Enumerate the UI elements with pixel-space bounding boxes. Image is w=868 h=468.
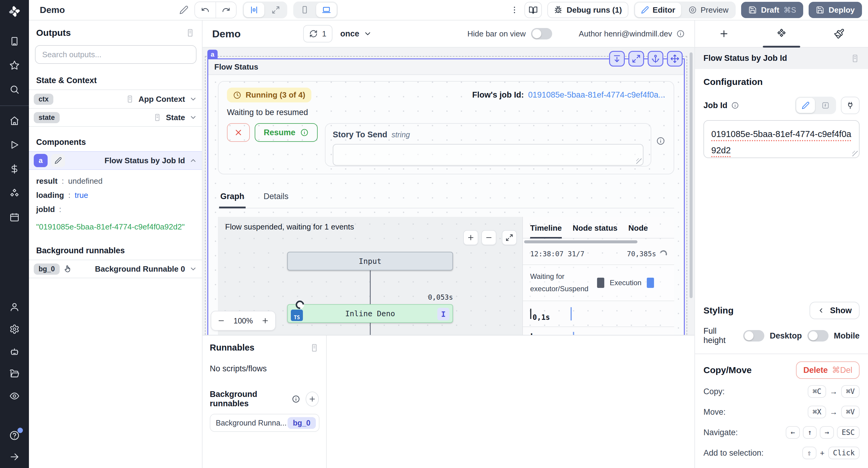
resize-handle[interactable] <box>852 151 858 156</box>
resources-boxes-icon[interactable] <box>9 188 20 198</box>
tab-timeline[interactable]: Timeline <box>530 221 562 238</box>
desktop-toggle[interactable] <box>807 330 829 341</box>
info-icon[interactable] <box>731 101 739 109</box>
flow-status-component[interactable]: a Flow Status <box>207 59 685 335</box>
panel-doc-icon[interactable] <box>186 28 195 37</box>
zoom-plus-button[interactable] <box>257 312 273 329</box>
fx-expression-button[interactable] <box>816 98 835 113</box>
jobid-string-value[interactable]: "0191085e-5baa-81ef-4774-c9ef4f0a92d2" <box>29 221 202 238</box>
more-menu-kebab-icon[interactable] <box>510 5 519 14</box>
settings-gear-icon[interactable] <box>9 324 20 334</box>
styling-brush-tab[interactable] <box>810 21 868 47</box>
zoom-out-button[interactable] <box>481 230 496 245</box>
canvas-vertical-scrollbar[interactable] <box>689 53 692 298</box>
info-icon[interactable] <box>676 30 685 38</box>
edit-title-pencil-icon[interactable] <box>179 5 188 14</box>
tab-node-status[interactable]: Node status <box>572 221 618 238</box>
delete-button[interactable]: Delete ⌘Del <box>796 361 860 379</box>
cancel-x-button[interactable] <box>227 123 250 142</box>
full-height-toggle[interactable] <box>743 330 764 341</box>
flow-graph[interactable]: Flow suspended, waiting for 1 events Inp… <box>218 217 522 335</box>
rename-pencil-icon[interactable] <box>51 154 65 167</box>
search-icon[interactable] <box>9 84 20 95</box>
tab-details[interactable]: Details <box>262 189 290 208</box>
folders-icon[interactable] <box>9 369 20 379</box>
add-bg-runnable-button[interactable] <box>306 392 319 407</box>
search-outputs-input[interactable] <box>35 45 196 64</box>
debug-runs-button[interactable]: Debug runs (1) <box>547 2 628 18</box>
zoom-minus-button[interactable] <box>213 312 229 329</box>
tab-node[interactable]: Node <box>628 221 648 238</box>
draft-button[interactable]: Draft ⌘S <box>741 2 803 18</box>
collapse-arrow-icon[interactable] <box>9 452 20 462</box>
timeline-horizontal-scrollbar[interactable] <box>524 240 638 243</box>
state-row[interactable]: state State <box>29 108 202 127</box>
component-settings-tab[interactable] <box>752 21 810 47</box>
docs-book-button[interactable] <box>524 2 542 18</box>
windmill-logo-icon[interactable] <box>8 5 21 18</box>
job-id-input[interactable]: 0191085e-5baa-81ef-4774-c9ef4f0a92d2 <box>704 120 860 158</box>
deploy-button[interactable]: Deploy <box>809 2 862 18</box>
editor-tab[interactable]: Editor <box>635 3 681 17</box>
schedules-calendar-icon[interactable] <box>9 212 20 222</box>
zoom-in-button[interactable] <box>463 230 478 245</box>
anchor-icon[interactable] <box>648 51 663 67</box>
user-icon[interactable] <box>9 302 20 312</box>
redo-button[interactable] <box>216 2 236 18</box>
variables-dollar-icon[interactable] <box>9 164 20 174</box>
fit-view-button[interactable] <box>502 230 517 245</box>
preview-tab[interactable]: Preview <box>682 3 734 17</box>
node-input[interactable]: Input <box>287 252 453 270</box>
static-input-pencil-button[interactable] <box>796 98 815 113</box>
panel-doc-icon[interactable] <box>850 54 860 63</box>
app-canvas[interactable]: a Flow Status <box>203 47 694 335</box>
component-id-tab[interactable]: a <box>207 50 218 59</box>
resize-handle[interactable] <box>636 158 642 164</box>
chevron-up-icon[interactable] <box>189 157 197 164</box>
node-inline-deno[interactable]: TS Inline Deno I <box>287 304 453 323</box>
refresh-count-box[interactable]: 1 <box>303 25 332 42</box>
node-id-chip: I <box>437 308 450 321</box>
audit-eye-icon[interactable] <box>9 391 20 401</box>
chevron-down-icon[interactable] <box>189 265 197 273</box>
ctx-row[interactable]: ctx App Context <box>29 90 202 108</box>
story-textarea[interactable] <box>333 144 644 166</box>
desktop-view-button[interactable] <box>316 3 337 17</box>
jobid-prop[interactable]: jobId: <box>36 202 195 216</box>
fullscreen-canvas-button[interactable] <box>266 3 286 17</box>
expand-down-icon[interactable] <box>609 51 625 67</box>
result-prop[interactable]: result:undefined <box>36 174 195 188</box>
connect-plug-button[interactable] <box>841 97 860 114</box>
resume-button[interactable]: Resume <box>255 123 318 142</box>
bg-runnable-item[interactable]: Background Runna... bg_0 <box>210 414 319 432</box>
loading-prop[interactable]: loading:true <box>36 188 195 202</box>
move-icon[interactable] <box>667 51 683 67</box>
show-styling-button[interactable]: Show <box>809 302 860 319</box>
insert-component-tab[interactable] <box>695 21 752 47</box>
help-button[interactable] <box>9 430 20 441</box>
info-icon[interactable] <box>656 136 665 145</box>
home-icon[interactable] <box>9 115 20 126</box>
tab-graph[interactable]: Graph <box>219 189 246 208</box>
center-canvas-button[interactable] <box>244 3 264 17</box>
bg-runnable-row[interactable]: bg_0 Background Runnable 0 <box>29 260 202 278</box>
runs-play-icon[interactable] <box>9 140 20 150</box>
maximize-icon[interactable] <box>628 51 644 67</box>
chevron-down-icon[interactable] <box>189 95 197 103</box>
kbd-shift: ⇧ <box>802 446 816 459</box>
favorites-star-icon[interactable] <box>9 60 20 70</box>
panel-doc-icon[interactable] <box>310 343 319 353</box>
editor-label: Editor <box>652 5 675 15</box>
info-icon[interactable] <box>292 395 300 403</box>
workspace-icon[interactable] <box>9 36 20 46</box>
ctx-chip: ctx <box>34 94 53 105</box>
chevron-down-icon[interactable] <box>189 113 197 121</box>
flow-job-id-link[interactable]: 0191085e-5baa-81ef-4774-c9ef4f0a... <box>528 90 665 100</box>
undo-button[interactable] <box>195 2 216 18</box>
schedule-dropdown[interactable]: once <box>340 29 372 38</box>
hide-bar-toggle[interactable] <box>531 28 552 39</box>
mobile-view-button[interactable] <box>294 3 315 17</box>
configuration-title: Configuration <box>704 77 860 87</box>
component-a-row[interactable]: a Flow Status by Job Id <box>29 151 202 170</box>
workers-robot-icon[interactable] <box>9 346 20 357</box>
